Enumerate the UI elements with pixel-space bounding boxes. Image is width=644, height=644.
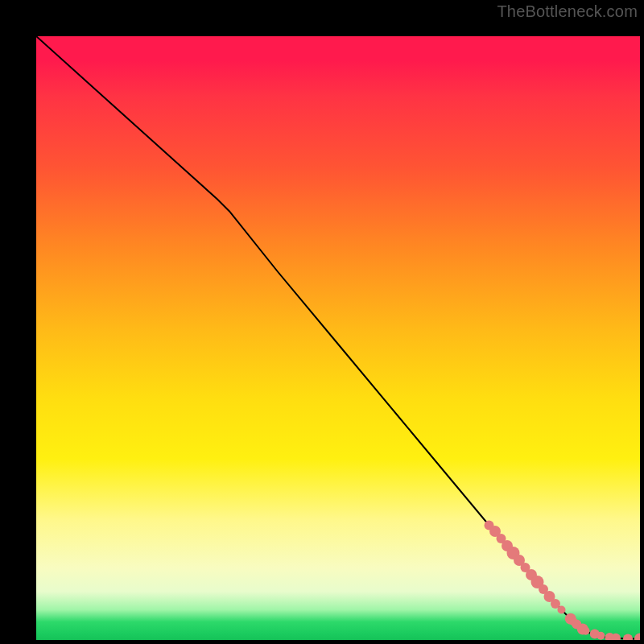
watermark-text: TheBottleneck.com: [497, 2, 638, 21]
marker-group: [485, 521, 641, 641]
chart-overlay: [36, 36, 640, 640]
chart-frame: [16, 16, 628, 628]
data-marker: [558, 606, 566, 614]
bottleneck-curve: [36, 36, 640, 639]
plot-area: [36, 36, 640, 640]
data-marker: [582, 627, 590, 635]
data-marker: [597, 632, 605, 640]
data-marker: [634, 634, 640, 641]
data-marker: [623, 634, 633, 641]
